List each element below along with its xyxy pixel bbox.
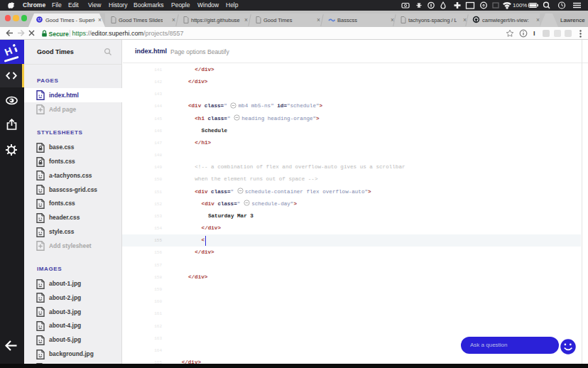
svg-text:H: H xyxy=(3,45,13,58)
